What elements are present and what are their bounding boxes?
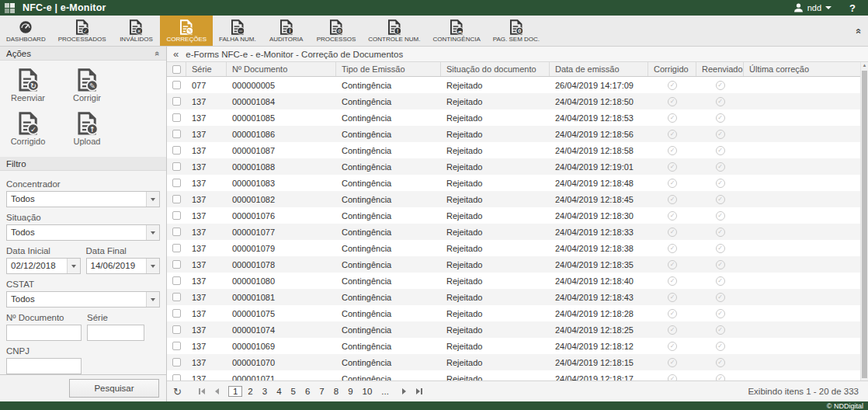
page-2[interactable]: 2 bbox=[244, 386, 256, 397]
table-row[interactable]: 137000001076ContingênciaRejeitado24/04/2… bbox=[167, 207, 868, 224]
table-row[interactable]: 137000001079ContingênciaRejeitado24/04/2… bbox=[167, 240, 868, 256]
table-row[interactable]: 137000001083ContingênciaRejeitado24/04/2… bbox=[167, 175, 868, 191]
column-header-8[interactable]: Última correção bbox=[744, 62, 868, 76]
column-header-6[interactable]: Corrigido bbox=[648, 62, 696, 76]
concentrador-select[interactable]: Todos bbox=[6, 191, 160, 207]
sidebar-collapse-icon[interactable]: « bbox=[173, 49, 179, 59]
table-row[interactable]: 137000001084ContingênciaRejeitado24/04/2… bbox=[167, 93, 868, 109]
row-checkbox[interactable] bbox=[172, 358, 181, 367]
select-all-checkbox[interactable] bbox=[172, 65, 181, 74]
cstat-select[interactable]: Todos bbox=[6, 291, 160, 308]
cell-tipo: Contingência bbox=[336, 276, 441, 286]
nav-tab-controle-num-[interactable]: !CONTROLE NUM. bbox=[362, 16, 426, 46]
column-header-7[interactable]: Reenviado bbox=[696, 62, 744, 76]
num-documento-input[interactable] bbox=[6, 325, 82, 341]
chevron-down-icon[interactable] bbox=[146, 225, 159, 240]
row-checkbox[interactable] bbox=[172, 130, 181, 138]
page-10[interactable]: 10 bbox=[359, 386, 377, 397]
row-checkbox[interactable] bbox=[172, 325, 181, 334]
page-1[interactable]: 1 bbox=[228, 386, 242, 397]
nav-tab-corre-es[interactable]: ✎CORREÇÕES bbox=[160, 16, 213, 46]
page-4[interactable]: 4 bbox=[273, 386, 285, 397]
row-checkbox[interactable] bbox=[172, 374, 181, 380]
row-checkbox[interactable] bbox=[172, 81, 181, 89]
row-checkbox[interactable] bbox=[172, 342, 181, 350]
chevron-down-icon[interactable] bbox=[146, 292, 159, 307]
actions-collapse-icon[interactable]: « bbox=[153, 50, 162, 55]
nav-tab-processos[interactable]: ⚙PROCESSOS bbox=[311, 16, 363, 46]
user-menu[interactable]: ndd bbox=[793, 3, 832, 12]
cnpj-input[interactable] bbox=[6, 358, 82, 374]
nav-tab-conting-ncia[interactable]: ☁CONTINGÊNCIA bbox=[426, 16, 486, 46]
nav-tab-inv-lidos[interactable]: ×INVÁLIDOS bbox=[112, 16, 160, 46]
chevron-down-icon[interactable] bbox=[146, 259, 159, 273]
page-7[interactable]: 7 bbox=[315, 386, 328, 397]
table-row[interactable]: 137000001075ContingênciaRejeitado24/04/2… bbox=[167, 305, 868, 321]
nav-tab-auditoria[interactable]: iAUDITORIA bbox=[262, 16, 311, 46]
table-row[interactable]: 137000001078ContingênciaRejeitado24/04/2… bbox=[167, 256, 868, 273]
table-row[interactable]: 137000001080ContingênciaRejeitado24/04/2… bbox=[167, 273, 868, 289]
refresh-icon[interactable]: ↻ bbox=[173, 386, 182, 398]
action-corrigir[interactable]: ✎Corrigir bbox=[67, 65, 107, 107]
vertical-scrollbar[interactable]: ▲ bbox=[860, 62, 868, 380]
column-header-1[interactable]: Série bbox=[186, 62, 227, 76]
page-6[interactable]: 6 bbox=[301, 386, 314, 397]
table-row[interactable]: 137000001082ContingênciaRejeitado24/04/2… bbox=[167, 191, 868, 207]
action-reenviar[interactable]: ↻Reenviar bbox=[8, 65, 48, 107]
table-row[interactable]: 137000001074ContingênciaRejeitado24/04/2… bbox=[167, 321, 868, 338]
action-upload[interactable]: ↑Upload bbox=[67, 109, 107, 151]
column-header-2[interactable]: Nº Documento bbox=[227, 62, 336, 76]
row-checkbox[interactable] bbox=[172, 293, 181, 301]
column-header-4[interactable]: Situação do documento bbox=[441, 62, 550, 76]
table-row[interactable]: 137000001070ContingênciaRejeitado24/04/2… bbox=[167, 354, 868, 370]
action-corrigido[interactable]: ✓Corrigido bbox=[8, 109, 48, 151]
row-checkbox[interactable] bbox=[172, 228, 181, 236]
chevron-down-icon[interactable] bbox=[146, 192, 159, 207]
serie-input[interactable] bbox=[87, 325, 144, 341]
page-9[interactable]: 9 bbox=[344, 386, 356, 397]
chevron-down-icon[interactable] bbox=[67, 259, 80, 273]
action-label: Corrigir bbox=[73, 93, 101, 102]
row-checkbox[interactable] bbox=[172, 179, 181, 187]
page-8[interactable]: 8 bbox=[330, 386, 342, 397]
nav-tab-processados[interactable]: ✓PROCESSADOS bbox=[52, 16, 113, 46]
table-row[interactable]: 137000001069ContingênciaRejeitado24/04/2… bbox=[167, 338, 868, 354]
table-row[interactable]: 137000001085ContingênciaRejeitado24/04/2… bbox=[167, 109, 868, 126]
page-5[interactable]: 5 bbox=[287, 386, 300, 397]
table-row[interactable]: 077000000005ContingênciaRejeitado26/04/2… bbox=[167, 77, 868, 93]
table-row[interactable]: 137000001081ContingênciaRejeitado24/04/2… bbox=[167, 289, 868, 305]
table-row[interactable]: 137000001087ContingênciaRejeitado24/04/2… bbox=[167, 142, 868, 158]
ribbon-collapse-icon[interactable]: « bbox=[854, 28, 864, 33]
nav-tab-pag-sem-doc-[interactable]: 0PAG. SEM DOC. bbox=[487, 16, 546, 46]
page-3[interactable]: 3 bbox=[259, 386, 271, 397]
nav-tab-falha-num-[interactable]: −FALHA NUM. bbox=[213, 16, 262, 46]
row-checkbox[interactable] bbox=[172, 260, 181, 269]
situacao-select[interactable]: Todos bbox=[6, 224, 160, 241]
table-row[interactable]: 137000001071ContingênciaRejeitado24/04/2… bbox=[167, 370, 868, 380]
table-row[interactable]: 137000001077ContingênciaRejeitado24/04/2… bbox=[167, 224, 868, 240]
table-row[interactable]: 137000001088ContingênciaRejeitado24/04/2… bbox=[167, 158, 868, 175]
data-final-picker[interactable]: 14/06/2019 bbox=[86, 258, 161, 274]
search-button[interactable]: Pesquisar bbox=[69, 379, 159, 398]
prev-page-button[interactable] bbox=[211, 388, 223, 394]
first-page-button[interactable] bbox=[195, 388, 209, 394]
help-button[interactable]: ? bbox=[849, 2, 856, 14]
scrollbar-thumb[interactable] bbox=[862, 71, 867, 378]
column-header-3[interactable]: Tipo de Emissão bbox=[336, 62, 441, 76]
row-checkbox[interactable] bbox=[172, 211, 181, 220]
row-checkbox[interactable] bbox=[172, 276, 181, 285]
row-checkbox[interactable] bbox=[172, 309, 181, 318]
nav-tab-dashboard[interactable]: DASHBOARD bbox=[0, 16, 52, 46]
table-row[interactable]: 137000001086ContingênciaRejeitado24/04/2… bbox=[167, 126, 868, 142]
row-checkbox[interactable] bbox=[172, 113, 181, 122]
column-header-5[interactable]: Data de emissão bbox=[550, 62, 648, 76]
row-checkbox[interactable] bbox=[172, 97, 181, 106]
scroll-up-icon[interactable]: ▲ bbox=[861, 63, 868, 68]
row-checkbox[interactable] bbox=[172, 195, 181, 203]
next-page-button[interactable] bbox=[398, 388, 410, 394]
row-checkbox[interactable] bbox=[172, 244, 181, 252]
row-checkbox[interactable] bbox=[172, 146, 181, 155]
last-page-button[interactable] bbox=[412, 388, 426, 394]
data-inicial-picker[interactable]: 02/12/2018 bbox=[6, 258, 81, 274]
row-checkbox[interactable] bbox=[172, 162, 181, 171]
